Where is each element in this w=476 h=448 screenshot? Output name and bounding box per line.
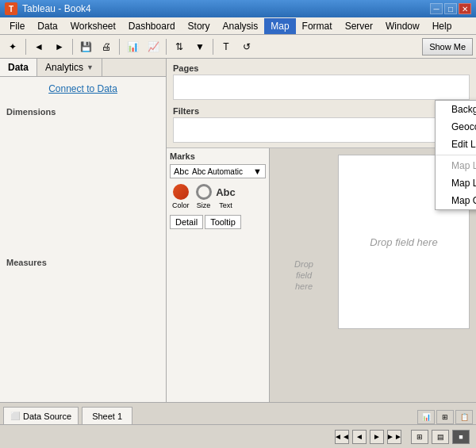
nav-prev-button[interactable]: ◄ — [352, 430, 367, 444]
size-icon — [196, 184, 212, 200]
menu-separator — [436, 155, 476, 155]
datasource-tab[interactable]: ⬜ Data Source — [3, 407, 79, 424]
toolbar-chart1[interactable]: 📊 — [123, 37, 142, 56]
measures-area — [0, 269, 166, 402]
toolbar-refresh[interactable]: ↺ — [237, 37, 256, 56]
filters-label: Filters — [173, 106, 470, 116]
tooltip-button[interactable]: Tooltip — [205, 215, 241, 229]
toolbar: ✦ ◄ ► 💾 🖨 📊 📈 ⇅ ▼ T ↺ Show Me — [0, 35, 476, 59]
pages-label: Pages — [173, 63, 470, 73]
menu-story[interactable]: Story — [182, 18, 217, 34]
toolbar-forward[interactable]: ► — [50, 37, 69, 56]
new-sheet-button[interactable]: 📊 — [417, 410, 435, 424]
main-container: Data Analytics ▼ Connect to Data Dimensi… — [0, 59, 476, 402]
minimize-button[interactable]: ─ — [430, 3, 443, 14]
menu-bar: File Data Worksheet Dashboard Story Anal… — [0, 17, 476, 35]
connect-section: Connect to Data — [0, 77, 166, 101]
new-dashboard-button[interactable]: ⊞ — [436, 410, 454, 424]
analytics-tab[interactable]: Analytics ▼ — [37, 59, 102, 76]
menu-format[interactable]: Format — [296, 18, 339, 34]
menu-dashboard[interactable]: Dashboard — [122, 18, 182, 34]
dropdown-arrow-icon: ▼ — [253, 167, 262, 176]
abc-icon: Abc — [174, 167, 189, 176]
connect-data-link[interactable]: Connect to Data — [3, 80, 163, 98]
menu-map-options[interactable]: Map Options... — [436, 192, 476, 209]
toolbar-new[interactable]: ✦ — [3, 37, 22, 56]
filters-drop-zone[interactable] — [173, 117, 470, 143]
toolbar-back[interactable]: ◄ — [29, 37, 48, 56]
view-solid-button[interactable]: ■ — [452, 430, 470, 444]
toolbar-labels[interactable]: T — [217, 37, 236, 56]
menu-help[interactable]: Help — [426, 18, 459, 34]
sep4 — [166, 39, 167, 55]
menu-analysis[interactable]: Analysis — [217, 18, 265, 34]
canvas-area: Pages Filters Marks Abc Abc Automatic ▼ — [167, 59, 476, 402]
drop-text-left: Drop field here — [294, 258, 313, 293]
analytics-dropdown-icon: ▼ — [86, 63, 94, 71]
bottom-tabs: ⬜ Data Source Sheet 1 📊 ⊞ 📋 — [0, 402, 476, 424]
sheet1-tab[interactable]: Sheet 1 — [82, 407, 132, 424]
text-button[interactable]: Abc Text — [216, 182, 236, 212]
nav-next-button[interactable]: ► — [370, 430, 384, 444]
dimensions-header: Dimensions — [0, 104, 166, 118]
view-list-button[interactable]: ▤ — [432, 430, 449, 444]
menu-edit-locations[interactable]: Edit Locations... — [436, 136, 476, 153]
menu-file[interactable]: File — [3, 18, 31, 34]
toolbar-chart2[interactable]: 📈 — [144, 37, 163, 56]
text-icon: Abc — [218, 184, 234, 200]
restore-button[interactable]: □ — [444, 3, 457, 14]
tab-controls: 📊 ⊞ 📋 — [417, 410, 473, 424]
pages-drop-zone[interactable] — [173, 75, 470, 100]
nav-last-button[interactable]: ►► — [387, 430, 401, 444]
marks-properties-row: Color Size Abc Text — [170, 182, 266, 212]
measures-header: Measures — [0, 255, 166, 269]
data-tab[interactable]: Data — [0, 59, 37, 76]
toolbar-filter[interactable]: ▼ — [190, 37, 209, 56]
filters-section: Filters — [173, 106, 470, 143]
menu-map[interactable]: Map — [264, 18, 295, 34]
menu-worksheet[interactable]: Worksheet — [64, 18, 122, 34]
sep1 — [25, 39, 26, 55]
menu-server[interactable]: Server — [339, 18, 379, 34]
left-panel: Data Analytics ▼ Connect to Data Dimensi… — [0, 59, 167, 402]
menu-map-legend: Map Legend — [436, 157, 476, 174]
canvas-main: Marks Abc Abc Automatic ▼ Color Size — [167, 148, 476, 402]
panel-tabs: Data Analytics ▼ — [0, 59, 166, 77]
detail-button[interactable]: Detail — [170, 215, 203, 229]
sep5 — [213, 39, 213, 55]
datasource-label: Data Source — [23, 412, 71, 421]
window-controls: ─ □ ✕ — [430, 3, 471, 14]
menu-background-maps[interactable]: Background Maps ► — [436, 101, 476, 118]
close-button[interactable]: ✕ — [459, 3, 471, 14]
new-story-button[interactable]: 📋 — [455, 410, 473, 424]
title-bar: T Tableau - Book4 ─ □ ✕ — [0, 0, 476, 17]
marks-type-dropdown[interactable]: Abc Abc Automatic ▼ — [170, 164, 266, 178]
dimensions-area — [0, 118, 166, 251]
pages-filters-area: Pages Filters — [167, 59, 476, 148]
view-grid-button[interactable]: ⊞ — [411, 430, 428, 444]
sheet-label: Sheet 1 — [92, 412, 122, 421]
size-button[interactable]: Size — [194, 182, 214, 212]
status-bar: ◄◄ ◄ ► ►► ⊞ ▤ ■ — [0, 424, 476, 448]
show-me-button[interactable]: Show Me — [422, 38, 473, 56]
marks-detail-row: Detail Tooltip — [170, 215, 266, 229]
toolbar-save[interactable]: 💾 — [76, 37, 95, 56]
map-dropdown-menu: Background Maps ► Geocoding ► Edit Locat… — [435, 100, 476, 210]
color-button[interactable]: Color — [170, 182, 192, 212]
drop-text-main: Drop field here — [370, 236, 437, 248]
nav-first-button[interactable]: ◄◄ — [335, 430, 349, 444]
marks-card: Marks Abc Abc Automatic ▼ Color Size — [167, 148, 270, 402]
menu-data[interactable]: Data — [31, 18, 63, 34]
sep3 — [119, 39, 120, 55]
drop-zone-left[interactable]: Drop field here — [276, 155, 332, 396]
menu-map-layers[interactable]: Map Layers... — [436, 174, 476, 192]
window-title: Tableau - Book4 — [22, 3, 91, 14]
datasource-icon: ⬜ — [10, 412, 20, 420]
color-icon — [173, 184, 189, 200]
pages-section: Pages — [173, 63, 470, 100]
menu-window[interactable]: Window — [379, 18, 426, 34]
toolbar-print[interactable]: 🖨 — [97, 37, 116, 56]
menu-geocoding[interactable]: Geocoding ► — [436, 118, 476, 136]
marks-title: Marks — [170, 151, 266, 161]
toolbar-sort[interactable]: ⇅ — [170, 37, 189, 56]
